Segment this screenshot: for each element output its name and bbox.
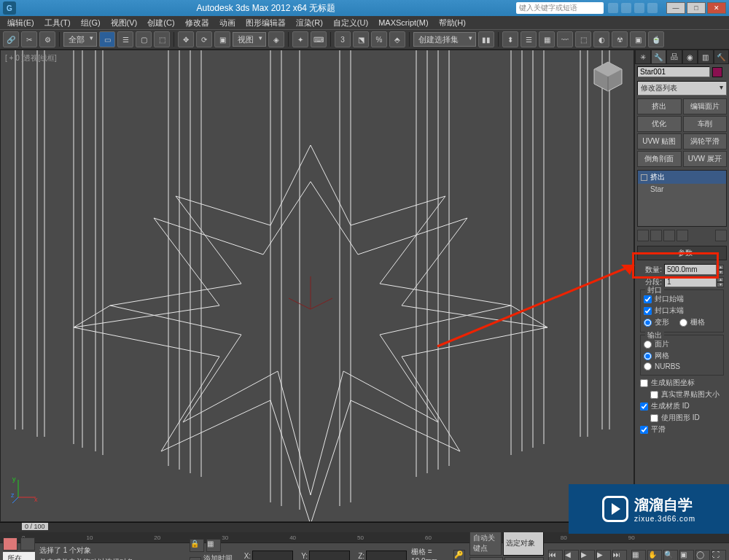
segments-spinner[interactable]	[664, 276, 717, 287]
coord-y-input[interactable]	[309, 551, 350, 560]
angle-snap-icon[interactable]: ⬔	[353, 31, 369, 47]
btn-extrude[interactable]: 挤出	[637, 98, 682, 114]
pan-icon[interactable]: ✋	[647, 550, 662, 561]
menu-modifiers[interactable]: 修改器	[181, 16, 214, 30]
tag-icon[interactable]: ◣	[190, 557, 201, 561]
menu-views[interactable]: 视图(V)	[106, 16, 142, 30]
search-input[interactable]: 键入关键字或短语	[516, 2, 604, 14]
modifier-stack[interactable]: 挤出 Star	[637, 170, 727, 227]
curve-editor-icon[interactable]: 〰	[557, 31, 573, 47]
nurbs-radio[interactable]	[644, 362, 652, 370]
layers-icon[interactable]: ☰	[521, 31, 537, 47]
coord-x-input[interactable]	[252, 551, 293, 560]
time-ruler[interactable]: 0102030405060708090	[0, 532, 729, 542]
rollout-header[interactable]: -参数	[637, 246, 727, 260]
select-name-icon[interactable]: ☰	[117, 31, 133, 47]
close-button[interactable]: ✕	[707, 2, 726, 14]
zoom-icon[interactable]: 🔍	[663, 550, 678, 561]
keymode-icon[interactable]: ⌨	[311, 31, 327, 47]
minimize-button[interactable]: —	[666, 2, 685, 14]
viewcube[interactable]	[590, 58, 626, 94]
maxscript-mini-icon[interactable]	[3, 537, 17, 551]
unique-icon[interactable]	[663, 230, 675, 241]
viewport-label[interactable]: [ + 0 ]透视[线框]	[5, 53, 57, 63]
stack-item-extrude[interactable]: 挤出	[638, 171, 726, 184]
menu-customize[interactable]: 自定义(U)	[329, 16, 373, 30]
listener-icon[interactable]	[20, 537, 35, 551]
scale-icon[interactable]: ▣	[214, 31, 230, 47]
seg-down[interactable]: ▾	[717, 282, 724, 287]
btn-edit-patch[interactable]: 编辑面片	[683, 98, 728, 114]
tab-create[interactable]: ✳	[635, 50, 651, 64]
configure-icon[interactable]	[715, 230, 727, 241]
maximize-button[interactable]: □	[687, 2, 706, 14]
snap-toggle-icon[interactable]: 3	[335, 31, 351, 47]
play-icon[interactable]: ▶	[580, 550, 595, 561]
autokey-button[interactable]: 自动关键点	[469, 531, 502, 556]
vp-toggle-icon[interactable]: ▦	[631, 550, 646, 561]
modifier-list-dropdown[interactable]: 修改器列表	[637, 81, 727, 96]
mirror-icon[interactable]: ▮▮	[478, 31, 494, 47]
move-icon[interactable]: ✥	[178, 31, 194, 47]
tab-hierarchy[interactable]: 品	[666, 50, 682, 64]
info-icon[interactable]	[647, 3, 658, 13]
manip-icon[interactable]: ✦	[292, 31, 308, 47]
schematic-icon[interactable]: ⬚	[575, 31, 591, 47]
gen-map-check[interactable]	[640, 379, 648, 387]
keying-set-dropdown[interactable]	[503, 531, 544, 556]
grid-radio[interactable]	[679, 319, 687, 327]
btn-uvw-unwrap[interactable]: UVW 展开	[683, 151, 728, 167]
object-color-swatch[interactable]	[712, 67, 722, 77]
menu-group[interactable]: 组(G)	[77, 16, 105, 30]
zoom-all-icon[interactable]: ▣	[679, 550, 694, 561]
time-marker[interactable]: 0 / 100	[22, 523, 48, 530]
stack-item-star[interactable]: Star	[638, 184, 726, 195]
rect-select-icon[interactable]: ▢	[136, 31, 152, 47]
btn-lathe[interactable]: 车削	[683, 116, 728, 132]
render-icon[interactable]: 🍵	[648, 31, 664, 47]
btn-optimize[interactable]: 优化	[637, 116, 682, 132]
amount-spinner[interactable]	[664, 264, 717, 275]
show-end-icon[interactable]	[650, 230, 662, 241]
signin-icon[interactable]	[634, 3, 644, 13]
seg-up[interactable]: ▴	[717, 277, 724, 282]
pivot-icon[interactable]: ◈	[268, 31, 284, 47]
gen-mtl-check[interactable]	[640, 402, 648, 411]
tab-motion[interactable]: ◉	[682, 50, 698, 64]
rotate-icon[interactable]: ⟳	[196, 31, 212, 47]
tab-utilities[interactable]: 🔨	[714, 50, 730, 64]
real-world-check[interactable]	[650, 391, 658, 399]
star-icon[interactable]	[621, 3, 631, 13]
menu-render[interactable]: 渲染(R)	[292, 16, 327, 30]
lock-icon[interactable]: 🔒	[190, 539, 204, 552]
eye-icon[interactable]	[641, 174, 647, 181]
smooth-check[interactable]	[640, 426, 648, 434]
named-sel-dropdown[interactable]: 创建选择集	[413, 32, 476, 47]
key-icon[interactable]: 🔑	[453, 550, 465, 561]
menu-anim[interactable]: 动画	[215, 16, 240, 30]
prev-frame-icon[interactable]: ◀	[564, 550, 579, 561]
amount-up[interactable]: ▴	[717, 265, 724, 270]
select-icon[interactable]: ▭	[99, 31, 115, 47]
next-frame-icon[interactable]: ▶	[596, 550, 611, 561]
amount-down[interactable]: ▾	[717, 270, 724, 275]
selection-filter-dropdown[interactable]: 全部	[63, 32, 97, 47]
coord-z-input[interactable]	[366, 551, 407, 560]
orbit-icon[interactable]: ◯	[695, 550, 710, 561]
ref-coord-dropdown[interactable]: 视图	[233, 32, 266, 47]
align-icon[interactable]: ⬍	[502, 31, 518, 47]
menu-maxscript[interactable]: MAXScript(M)	[374, 17, 432, 28]
remove-mod-icon[interactable]	[677, 230, 688, 241]
percent-snap-icon[interactable]: %	[371, 31, 387, 47]
spinner-snap-icon[interactable]: ⬘	[389, 31, 405, 47]
menu-tools[interactable]: 工具(T)	[40, 16, 75, 30]
key-filter-button[interactable]: 关键点过滤器	[504, 557, 544, 561]
setkey-button[interactable]: 设置关键点	[469, 557, 503, 561]
goto-end-icon[interactable]: ⏭	[612, 550, 627, 561]
object-name-input[interactable]	[637, 66, 710, 77]
btn-uvw-map[interactable]: UVW 贴图	[637, 133, 682, 149]
btn-turbosmooth[interactable]: 涡轮平滑	[683, 133, 728, 149]
link-icon[interactable]: 🔗	[3, 31, 19, 47]
maximize-vp-icon[interactable]: ⛶	[712, 550, 726, 561]
render-setup-icon[interactable]: ☢	[612, 31, 628, 47]
